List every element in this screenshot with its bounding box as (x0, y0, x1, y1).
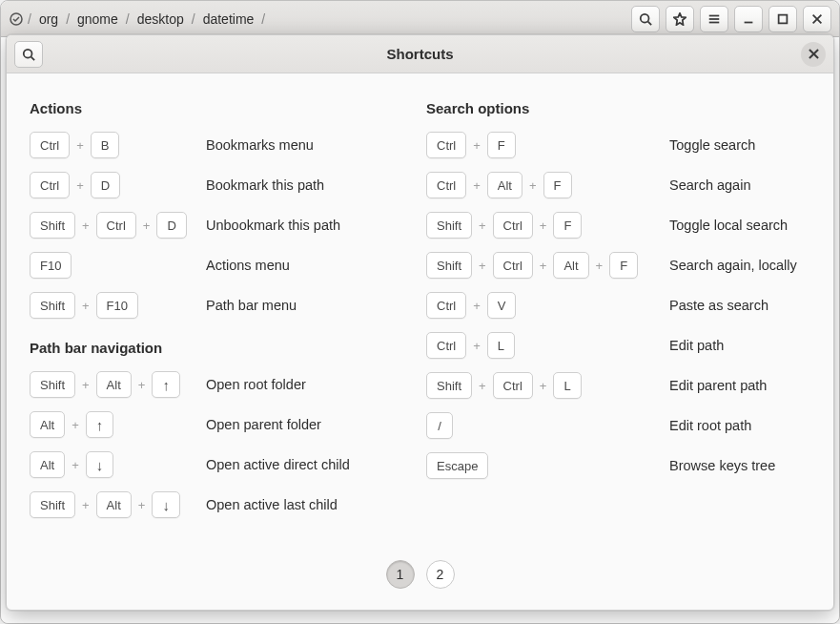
plus-separator: + (539, 218, 548, 233)
search-icon (639, 12, 652, 26)
breadcrumb-seg-3[interactable]: datetime (203, 11, 255, 27)
shortcut-row: Ctrl+VPaste as search (426, 290, 817, 321)
plus-separator: + (472, 138, 481, 153)
key-cap: F10 (96, 292, 138, 319)
page-1-button[interactable]: 1 (386, 560, 415, 589)
key-cap: F (609, 252, 638, 279)
shortcut-row: Shift+Ctrl+DUnbookmark this path (30, 210, 392, 240)
plus-separator: + (142, 218, 152, 233)
shortcut-row: EscapeBrowse keys tree (426, 450, 817, 481)
shortcut-description: Open parent folder (206, 417, 321, 432)
plus-separator: + (528, 178, 538, 193)
plus-separator: + (137, 378, 147, 392)
key-cap: ↑ (86, 411, 114, 438)
key-cap: Ctrl (30, 132, 70, 158)
key-cap: Shift (30, 371, 75, 398)
shortcut-description: Open active last child (206, 497, 338, 512)
breadcrumb-seg-0[interactable]: org (39, 11, 58, 27)
shortcut-section: ActionsCtrl+BBookmarks menuCtrl+DBookmar… (30, 100, 392, 321)
shortcuts-dialog: Shortcuts ActionsCtrl+BBookmarks menuCtr… (6, 34, 834, 611)
key-cap: / (426, 412, 453, 439)
shortcut-description: Paste as search (669, 298, 768, 313)
key-cap: Ctrl (493, 252, 533, 279)
menu-button[interactable] (700, 6, 728, 32)
key-cap: Shift (30, 292, 75, 319)
shortcut-row: Alt+↑Open parent folder (30, 409, 392, 440)
key-cap: L (487, 332, 515, 359)
shortcut-keys: Alt+↓ (30, 451, 206, 478)
key-cap: Shift (30, 212, 75, 239)
key-cap: Ctrl (96, 212, 136, 239)
shortcut-description: Edit path (669, 338, 724, 353)
main-headerbar: / org / gnome / desktop / datetime / (1, 1, 839, 37)
shortcut-row: Shift+Ctrl+FToggle local search (426, 210, 817, 240)
window-close-button[interactable] (803, 6, 831, 32)
key-cap: L (553, 372, 581, 399)
key-cap: F (553, 212, 582, 239)
dialog-title: Shortcuts (7, 46, 833, 62)
shortcut-keys: Ctrl+L (426, 332, 669, 359)
section-title: Path bar navigation (30, 340, 392, 356)
plus-separator: + (81, 378, 91, 392)
section-title: Search options (426, 100, 817, 116)
shortcut-keys: Ctrl+Alt+F (426, 172, 669, 198)
shortcut-row: Alt+↓Open active direct child (30, 449, 392, 480)
svg-rect-7 (779, 14, 788, 23)
shortcut-description: Toggle local search (669, 218, 788, 233)
key-cap: Ctrl (493, 372, 533, 399)
plus-separator: + (478, 379, 487, 393)
bookmark-button[interactable] (666, 6, 694, 32)
key-cap: F (543, 172, 572, 198)
shortcut-row: Ctrl+FToggle search (426, 130, 817, 160)
plus-separator: + (478, 218, 487, 233)
shortcut-keys: / (426, 412, 669, 439)
key-cap: Shift (426, 372, 472, 399)
key-cap: ↓ (152, 491, 180, 518)
shortcut-row: Shift+Alt+↑Open root folder (30, 369, 392, 400)
search-icon (22, 48, 35, 61)
shortcut-keys: Shift+Ctrl+D (30, 212, 206, 239)
shortcut-row: Shift+Ctrl+LEdit parent path (426, 370, 817, 401)
key-cap: Ctrl (426, 132, 466, 158)
key-cap: Ctrl (426, 332, 466, 359)
shortcut-description: Browse keys tree (669, 458, 775, 473)
key-cap: Alt (553, 252, 588, 279)
key-cap: ↑ (152, 371, 180, 398)
plus-separator: + (539, 379, 548, 393)
plus-separator: + (595, 259, 604, 273)
app-icon (9, 11, 24, 27)
shortcut-description: Edit parent path (669, 378, 767, 393)
hamburger-icon (707, 12, 721, 26)
page-2-button[interactable]: 2 (426, 560, 455, 589)
shortcut-description: Bookmark this path (206, 177, 324, 193)
key-cap: Alt (487, 172, 522, 198)
shortcut-row: Shift+F10Path bar menu (30, 290, 392, 321)
key-cap: Ctrl (426, 292, 466, 319)
shortcut-description: Toggle search (669, 137, 755, 153)
shortcut-keys: Shift+Alt+↓ (30, 491, 206, 518)
shortcut-description: Actions menu (206, 258, 290, 273)
plus-separator: + (81, 498, 91, 512)
shortcut-keys: Ctrl+D (30, 172, 206, 198)
breadcrumb-seg-1[interactable]: gnome (77, 11, 118, 27)
shortcut-row: Ctrl+Alt+FSearch again (426, 170, 817, 200)
svg-point-10 (24, 49, 32, 57)
key-cap: Ctrl (30, 172, 70, 198)
minimize-button[interactable] (734, 6, 763, 32)
key-cap: F10 (30, 252, 72, 279)
shortcut-keys: Shift+Alt+↑ (30, 371, 206, 398)
maximize-button[interactable] (768, 6, 797, 32)
dialog-close-button[interactable] (801, 42, 826, 67)
breadcrumb-seg-2[interactable]: desktop (137, 11, 184, 27)
dialog-search-button[interactable] (14, 41, 43, 68)
svg-point-1 (641, 13, 649, 22)
plus-separator: + (539, 259, 548, 273)
shortcut-row: Ctrl+BBookmarks menu (30, 130, 392, 160)
shortcut-description: Open root folder (206, 377, 306, 392)
key-cap: V (487, 292, 517, 319)
shortcut-description: Edit root path (669, 418, 751, 433)
shortcut-description: Open active direct child (206, 457, 350, 472)
search-button[interactable] (631, 6, 660, 32)
shortcut-keys: Escape (426, 452, 669, 479)
plus-separator: + (81, 218, 91, 233)
